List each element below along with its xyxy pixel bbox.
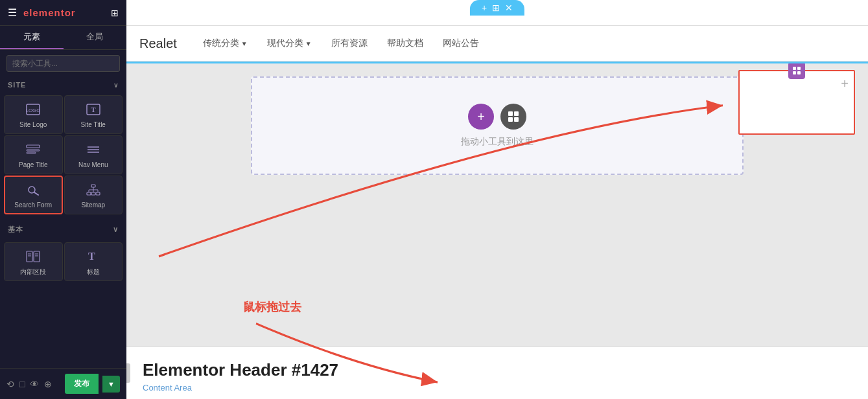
site-section-label: SITE [8,81,26,89]
site-section-chevron: ∨ [113,82,119,89]
footer-icons: ⟲ □ 👁 ⊕ [6,379,52,389]
site-section-header[interactable]: SITE ∨ [0,77,126,93]
svg-rect-14 [91,192,95,195]
svg-rect-34 [793,71,796,74]
widget-inner-section[interactable]: 内部区段 [4,242,63,281]
elementor-header-title: Elementor Header #1427 [143,360,852,380]
site-name: Realet [139,36,177,51]
svg-line-11 [34,192,38,195]
search-bar [0,50,126,77]
elementor-header-section: ‹ Elementor Header #1427 Content Area [126,347,868,399]
svg-rect-33 [797,67,801,70]
publish-arrow-button[interactable]: ▼ [102,376,120,393]
widget-nav-menu-label: Nav Menu [78,161,108,169]
footer-icon-history[interactable]: ⟲ [6,379,14,389]
svg-text:T: T [88,251,95,262]
footer-icon-responsive[interactable]: □ [19,379,25,389]
nav-link-help[interactable]: 帮助文档 [387,38,423,49]
right-drop-box: + [738,70,855,135]
drop-zone-text: 拖动小工具到这里 [461,136,534,148]
widget-page-title-label: Page Title [19,161,47,169]
widget-search-form[interactable]: Search Form [4,176,63,214]
svg-rect-35 [797,71,801,74]
widget-inner-section-label: 内部区段 [20,268,46,276]
search-input[interactable] [6,55,120,72]
inner-section-icon [26,251,40,266]
footer-icon-eye[interactable]: 👁 [30,379,39,389]
svg-rect-13 [87,192,91,195]
widget-nav-menu[interactable]: Nav Menu [64,135,123,174]
search-form-icon [26,184,40,199]
drop-layout-button[interactable] [500,104,526,130]
tab-global[interactable]: 全局 [64,26,127,49]
chinese-drag-text: 鼠标拖过去 [243,299,301,315]
basic-section-label: 基本 [8,225,23,234]
nav-link-traditional[interactable]: 传统分类 ▼ [203,38,248,49]
topbar-grid-button[interactable]: ⊞ [492,3,500,13]
svg-rect-6 [27,152,36,154]
sitemap-icon [86,184,100,199]
panel-footer: ⟲ □ 👁 ⊕ 发布 ▼ [0,368,126,399]
panel-scroll: SITE ∨ LOGO Site Logo [0,77,126,368]
widget-heading-label: 标题 [87,268,100,276]
page-title-icon [26,144,40,159]
nav-bar: Realet 传统分类 ▼ 现代分类 ▼ 所有资源 帮助文档 网站公告 [126,26,868,62]
widget-sitemap-label: Sitemap [81,201,105,209]
topbar-close-button[interactable]: ✕ [505,3,513,13]
svg-text:T: T [91,106,96,113]
widget-page-title[interactable]: Page Title [4,135,63,174]
panel-header: ☰ elementor ⊞ [0,0,126,26]
elementor-logo: elementor [23,7,76,18]
svg-text:LOGO: LOGO [26,108,40,113]
svg-rect-31 [514,117,519,122]
widget-site-logo[interactable]: LOGO Site Logo [4,95,63,134]
site-title-icon: T [86,104,100,119]
drop-zone[interactable]: + 拖动小工具到这里 [251,76,744,175]
svg-rect-28 [508,111,513,116]
svg-rect-15 [96,192,100,195]
widget-search-form-label: Search Form [14,201,52,209]
widget-sitemap[interactable]: Sitemap [64,176,123,214]
svg-rect-4 [27,145,40,148]
widget-site-logo-label: Site Logo [19,121,47,129]
svg-rect-21 [27,251,32,262]
panel-tabs: 元素 全局 [0,26,126,50]
hamburger-icon[interactable]: ☰ [8,6,17,19]
widget-site-title-label: Site Title [81,121,106,129]
content-area: + 拖动小工具到这里 [126,63,868,399]
main-canvas: + ⊞ ✕ Realet 传统分类 ▼ 现代分类 ▼ 所有资源 帮助文档 网站公… [126,0,868,399]
nav-links: 传统分类 ▼ 现代分类 ▼ 所有资源 帮助文档 网站公告 [203,38,479,49]
right-box-plus-icon[interactable]: + [841,76,849,91]
widget-site-title[interactable]: T Site Title [64,95,123,134]
topbar-add-button[interactable]: + [482,3,487,13]
drop-add-button[interactable]: + [468,104,494,130]
footer-icon-settings[interactable]: ⊕ [44,379,52,389]
canvas-topbar: + ⊞ ✕ [126,0,868,26]
right-box-widget-icon[interactable] [788,63,805,79]
basic-widgets-grid: 内部区段 T 标题 [0,240,126,284]
heading-icon: T [86,251,100,266]
svg-rect-30 [508,117,513,122]
nav-link-all[interactable]: 所有资源 [331,38,368,49]
tab-elements[interactable]: 元素 [0,26,64,49]
widget-heading[interactable]: T 标题 [64,242,123,281]
left-panel: ☰ elementor ⊞ 元素 全局 SITE ∨ [0,0,126,399]
topbar-widget-controls: + ⊞ ✕ [470,0,524,16]
basic-section-header[interactable]: 基本 ∨ [0,220,126,240]
svg-rect-5 [27,150,40,151]
grid-icon[interactable]: ⊞ [111,8,119,18]
nav-menu-icon [86,144,100,159]
svg-rect-32 [793,67,796,70]
content-area-label: Content Area [143,383,852,393]
svg-rect-12 [91,185,95,187]
nav-link-notice[interactable]: 网站公告 [443,38,479,49]
svg-rect-22 [34,251,40,262]
nav-link-modern[interactable]: 现代分类 ▼ [267,38,312,49]
basic-section-chevron: ∨ [113,225,119,234]
site-logo-icon: LOGO [26,104,40,119]
drop-zone-buttons: + [468,104,526,130]
publish-button[interactable]: 发布 [65,374,99,394]
svg-rect-29 [514,111,519,116]
collapse-button[interactable]: ‹ [126,363,130,383]
site-widgets-grid: LOGO Site Logo T Site Title [0,93,126,217]
